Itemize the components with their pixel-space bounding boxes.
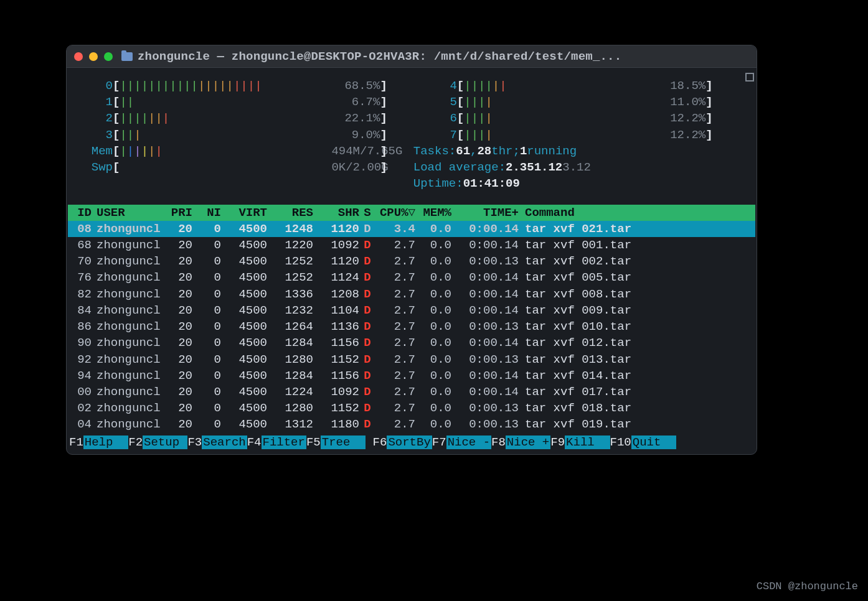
cell-id: 02	[69, 400, 92, 416]
cell-id: 84	[69, 302, 92, 319]
col-res[interactable]: RES	[267, 205, 313, 221]
cell-id: 76	[69, 269, 92, 286]
tasks-running: 1	[520, 143, 527, 159]
table-row[interactable]: 94zhonguncl200450012841156D2.70.00:00.14…	[68, 368, 755, 384]
fkey-search[interactable]: Search	[202, 436, 247, 449]
cell-shr: 1120	[313, 253, 359, 269]
terminal-body[interactable]: 0[||||||||||||||||||||68.5%]1[||6.7%]2[|…	[67, 68, 757, 454]
table-row[interactable]: 86zhonguncl200450012641136D2.70.00:00.13…	[68, 319, 755, 335]
table-row[interactable]: 68zhonguncl200450012201092D2.70.00:00.14…	[68, 237, 755, 253]
fkey-nice-+[interactable]: Nice +	[506, 436, 550, 449]
cell-pri: 20	[160, 335, 192, 351]
meter-row: 6[||||12.2%]	[412, 110, 713, 126]
table-row[interactable]: 08zhonguncl200450012481120D3.40.00:00.14…	[68, 221, 755, 237]
meter-label: Swp	[68, 159, 113, 175]
fkey-num: F9	[550, 436, 565, 449]
col-mem[interactable]: MEM%	[415, 205, 451, 221]
meter-label: 1	[68, 94, 113, 110]
cell-cmd: tar xvf 010.tar	[519, 319, 754, 335]
cell-s: D	[359, 416, 375, 432]
table-row[interactable]: 02zhonguncl200450012801152D2.70.00:00.13…	[68, 400, 755, 416]
cell-user: zhonguncl	[92, 237, 160, 253]
fkey-help[interactable]: Help	[83, 436, 128, 449]
cell-pri: 20	[160, 368, 192, 384]
table-row[interactable]: 82zhonguncl200450013361208D2.70.00:00.14…	[68, 286, 755, 302]
col-cpu[interactable]: CPU%▽	[375, 205, 415, 221]
table-row[interactable]: 84zhonguncl200450012321104D2.70.00:00.14…	[68, 302, 755, 319]
meter-value: 22.1%	[331, 110, 380, 126]
cell-res: 1220	[267, 237, 313, 253]
fkey-sortby[interactable]: SortBy	[387, 436, 432, 449]
cell-cpu: 2.7	[375, 416, 415, 432]
cell-mem: 0.0	[415, 221, 451, 237]
fkey-setup[interactable]: Setup	[143, 436, 187, 449]
meter-value: 494M/7.65G	[331, 143, 380, 159]
table-header[interactable]: IDUSERPRINIVIRTRESSHRSCPU%▽MEM%TIME+Comm…	[68, 205, 755, 221]
col-cmd[interactable]: Command	[519, 205, 754, 221]
cell-user: zhonguncl	[92, 221, 160, 237]
tasks-total: 61	[456, 143, 470, 159]
col-pri[interactable]: PRI	[160, 205, 192, 221]
table-row[interactable]: 00zhonguncl200450012241092D2.70.00:00.14…	[68, 384, 755, 400]
fkey-nice--[interactable]: Nice -	[446, 436, 491, 449]
cell-s: D	[359, 319, 375, 335]
col-s[interactable]: S	[359, 205, 375, 221]
close-icon[interactable]	[74, 52, 83, 61]
col-virt[interactable]: VIRT	[221, 205, 267, 221]
cell-ni: 0	[192, 335, 221, 351]
cell-cpu: 2.7	[375, 352, 415, 368]
bracket-open: [	[457, 94, 464, 110]
cell-user: zhonguncl	[92, 384, 160, 400]
col-user[interactable]: USER	[92, 205, 160, 221]
fkey-quit[interactable]: Quit	[631, 436, 676, 449]
cell-user: zhonguncl	[92, 269, 160, 286]
cell-id: 70	[69, 253, 92, 269]
maximize-icon[interactable]	[104, 52, 113, 61]
cell-cpu: 2.7	[375, 237, 415, 253]
cell-mem: 0.0	[415, 384, 451, 400]
cell-virt: 4500	[221, 335, 267, 351]
col-ni[interactable]: NI	[192, 205, 221, 221]
fkey-kill[interactable]: Kill	[565, 436, 610, 449]
cell-ni: 0	[192, 319, 221, 335]
load-3: 3.12	[562, 159, 591, 175]
cell-mem: 0.0	[415, 368, 451, 384]
cell-ni: 0	[192, 400, 221, 416]
meter-row: 2[|||||||22.1%]	[68, 110, 387, 126]
table-row[interactable]: 76zhonguncl200450012521124D2.70.00:00.14…	[68, 269, 755, 286]
cell-cmd: tar xvf 013.tar	[519, 352, 754, 368]
fkey-num: F3	[187, 436, 202, 449]
bracket-open: [	[113, 127, 120, 143]
fkey-filter[interactable]: Filter	[262, 436, 306, 449]
minimize-icon[interactable]	[89, 52, 98, 61]
fkey-tree[interactable]: Tree	[321, 436, 366, 449]
fkey-num: F4	[247, 436, 262, 449]
cell-s: D	[359, 352, 375, 368]
cell-cmd: tar xvf 017.tar	[519, 384, 754, 400]
cell-pri: 20	[160, 221, 192, 237]
cell-res: 1312	[267, 416, 313, 432]
table-row[interactable]: 90zhonguncl200450012841156D2.70.00:00.14…	[68, 335, 755, 351]
cell-res: 1224	[267, 384, 313, 400]
cell-ni: 0	[192, 416, 221, 432]
meter-label: 7	[412, 127, 457, 143]
cell-s: D	[359, 368, 375, 384]
cell-mem: 0.0	[415, 269, 451, 286]
table-row[interactable]: 70zhonguncl200450012521120D2.70.00:00.13…	[68, 253, 755, 269]
col-id[interactable]: ID	[69, 205, 92, 221]
cell-res: 1280	[267, 352, 313, 368]
cell-cpu: 2.7	[375, 302, 415, 319]
cell-time: 0:00.14	[451, 237, 519, 253]
table-row[interactable]: 04zhonguncl200450013121180D2.70.00:00.13…	[68, 416, 755, 432]
col-shr[interactable]: SHR	[313, 205, 359, 221]
cell-cmd: tar xvf 002.tar	[519, 253, 754, 269]
cell-cpu: 2.7	[375, 286, 415, 302]
meter-label: Mem	[68, 143, 113, 159]
table-row[interactable]: 92zhonguncl200450012801152D2.70.00:00.13…	[68, 352, 755, 368]
meters-section: 0[||||||||||||||||||||68.5%]1[||6.7%]2[|…	[68, 72, 755, 195]
cell-time: 0:00.13	[451, 253, 519, 269]
cell-res: 1252	[267, 269, 313, 286]
col-time[interactable]: TIME+	[451, 205, 519, 221]
bracket-close: ]	[380, 110, 387, 126]
cell-cmd: tar xvf 005.tar	[519, 269, 754, 286]
